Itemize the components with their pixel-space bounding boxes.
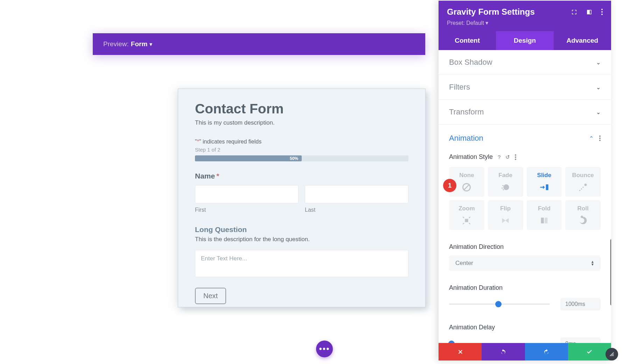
fold-icon (539, 216, 549, 225)
style-slide[interactable]: Slide (527, 167, 562, 197)
tab-advanced[interactable]: Advanced (554, 31, 611, 50)
first-name-input[interactable] (195, 185, 299, 203)
flip-icon (500, 216, 510, 225)
preview-value[interactable]: Form (131, 40, 148, 48)
zoom-icon (462, 216, 471, 225)
animation-duration-label: Animation Duration (449, 284, 601, 292)
roll-icon (578, 216, 588, 225)
animation-style-grid: 1 None Fade Slide Bounce (449, 167, 601, 230)
asterisk-icon: * (216, 172, 219, 180)
required-fields-note: "*" indicates required fields (195, 139, 408, 145)
chevron-down-icon: ⌄ (596, 59, 601, 66)
chevron-down-icon: ⌄ (596, 109, 601, 115)
progress-percent: 50% (290, 156, 298, 161)
chevron-up-icon[interactable]: ⌃ (589, 135, 594, 142)
focus-icon[interactable] (571, 9, 577, 15)
section-menu-icon[interactable] (599, 135, 601, 141)
first-name-sublabel: First (195, 207, 299, 213)
svg-point-8 (579, 190, 581, 191)
svg-point-9 (581, 188, 582, 189)
progress-bar: 50% (195, 155, 408, 161)
style-zoom[interactable]: Zoom (449, 200, 484, 230)
delay-value[interactable]: 0ms (560, 337, 601, 343)
select-arrows-icon: ▲▼ (591, 260, 594, 266)
animation-title[interactable]: Animation (449, 134, 483, 143)
svg-point-2 (503, 184, 509, 190)
style-fold[interactable]: Fold (527, 200, 562, 230)
svg-rect-6 (546, 184, 548, 190)
preset-selector[interactable]: Preset: Default ▾ (447, 20, 603, 26)
animation-delay-label: Animation Delay (449, 324, 601, 331)
settings-panel: Gravity Form Settings Preset: Default ▾ … (439, 1, 611, 360)
option-menu-icon[interactable] (515, 154, 516, 160)
save-button[interactable] (568, 343, 611, 360)
svg-point-5 (503, 189, 504, 190)
preview-label: Preview: (103, 40, 129, 48)
caret-down-icon[interactable]: ▾ (149, 41, 152, 48)
dock-icon[interactable] (586, 9, 592, 15)
svg-point-3 (502, 185, 504, 186)
svg-rect-12 (541, 217, 544, 223)
tab-design[interactable]: Design (496, 31, 553, 50)
animation-direction-label: Animation Direction (449, 243, 601, 251)
annotation-badge-1: 1 (443, 179, 456, 192)
progress-fill: 50% (195, 155, 302, 161)
next-button[interactable]: Next (195, 288, 226, 304)
duration-value[interactable]: 1000ms (560, 298, 601, 310)
svg-point-7 (584, 183, 587, 186)
fade-icon (500, 182, 510, 192)
resize-handle[interactable] (606, 348, 618, 360)
redo-button[interactable] (525, 343, 568, 360)
svg-line-1 (464, 185, 469, 190)
form-description: This is my custom description. (195, 119, 408, 126)
step-indicator: Step 1 of 2 (195, 147, 408, 153)
svg-rect-11 (465, 219, 468, 222)
more-options-fab[interactable]: ••• (316, 341, 333, 357)
style-roll[interactable]: Roll (565, 200, 601, 230)
tabs: Content Design Advanced (439, 31, 611, 50)
panel-menu-icon[interactable] (601, 9, 603, 15)
tab-content[interactable]: Content (439, 31, 496, 50)
svg-point-10 (582, 187, 584, 188)
style-fade[interactable]: Fade (488, 167, 523, 197)
slide-icon (539, 182, 549, 192)
slider-thumb[interactable] (495, 301, 502, 307)
last-name-sublabel: Last (305, 207, 408, 213)
section-box-shadow[interactable]: Box Shadow ⌄ (439, 50, 611, 75)
style-flip[interactable]: Flip (488, 200, 523, 230)
chevron-down-icon: ⌄ (596, 84, 601, 91)
long-question-textarea[interactable]: Enter Text Here... (195, 250, 408, 277)
none-icon (462, 182, 471, 192)
last-name-input[interactable] (305, 185, 408, 203)
panel-title: Gravity Form Settings (447, 7, 535, 17)
panel-header: Gravity Form Settings Preset: Default ▾ (439, 1, 611, 31)
close-button[interactable] (439, 343, 482, 360)
slider-thumb[interactable] (448, 341, 455, 343)
section-animation: Animation ⌃ Animation Style ? ↺ 1 None (439, 125, 611, 343)
help-icon[interactable]: ? (498, 154, 500, 160)
animation-style-label: Animation Style (449, 153, 493, 161)
animation-direction-select[interactable]: Center ▲▼ (449, 255, 601, 271)
form-preview: Contact Form This is my custom descripti… (178, 89, 426, 307)
panel-body[interactable]: Box Shadow ⌄ Filters ⌄ Transform ⌄ Anima… (439, 50, 611, 343)
bounce-icon (578, 182, 588, 192)
section-filters[interactable]: Filters ⌄ (439, 75, 611, 100)
long-question-label: Long Question (195, 225, 408, 234)
long-question-description: This is the description for the long que… (195, 236, 408, 243)
name-field-label: Name* (195, 172, 408, 180)
panel-footer (439, 343, 611, 360)
preview-bar: Preview: Form ▾ (93, 33, 425, 55)
undo-button[interactable] (482, 343, 525, 360)
section-transform[interactable]: Transform ⌄ (439, 100, 611, 125)
duration-slider[interactable] (449, 303, 550, 305)
svg-rect-13 (545, 217, 547, 223)
form-title: Contact Form (195, 101, 408, 117)
scrollbar-thumb[interactable] (610, 239, 611, 306)
style-bounce[interactable]: Bounce (565, 167, 601, 197)
reset-icon[interactable]: ↺ (505, 154, 510, 160)
svg-point-4 (502, 187, 503, 189)
